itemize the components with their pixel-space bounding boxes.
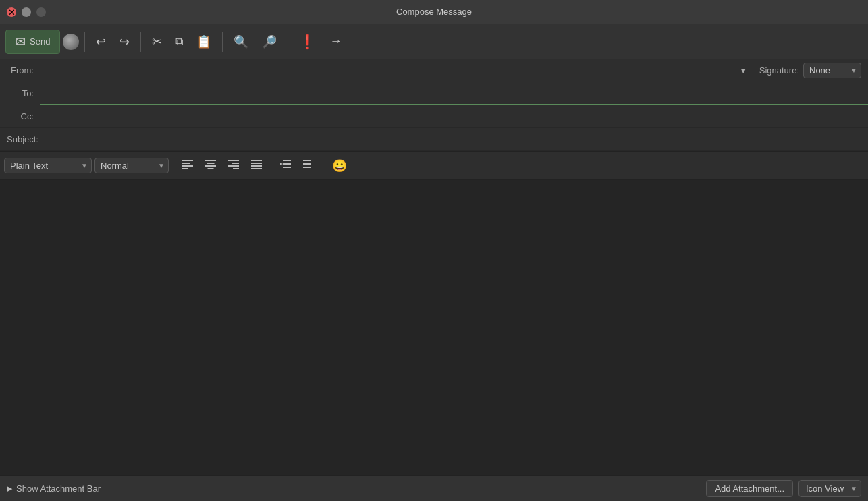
format-type-select[interactable]: Plain Text HTML (4, 158, 92, 173)
indent-less-icon (280, 160, 291, 171)
align-justify-icon (251, 160, 262, 171)
emoji-icon: 😀 (332, 158, 347, 173)
format-type-dropdown-wrapper: Plain Text HTML ▼ (4, 158, 92, 173)
find-replace-icon: 🔎 (262, 34, 277, 49)
svg-rect-1 (182, 163, 190, 164)
emoji-button[interactable]: 😀 (327, 156, 352, 176)
from-label: From: (0, 65, 40, 76)
svg-rect-8 (228, 160, 239, 161)
header-fields: From: ▼ Signature: None Work Personal ▼ … (0, 59, 868, 152)
svg-rect-11 (233, 168, 239, 169)
align-right-button[interactable] (223, 157, 244, 174)
svg-rect-3 (182, 168, 188, 169)
svg-rect-9 (232, 163, 239, 164)
find-icon: 🔍 (234, 34, 248, 49)
paragraph-dropdown-wrapper: Normal Heading 1 Heading 2 Heading 3 ▼ (94, 158, 169, 173)
align-center-button[interactable] (200, 157, 221, 174)
cut-icon: ✂ (152, 34, 162, 49)
from-dropdown-arrow[interactable]: ▼ (734, 67, 753, 75)
svg-rect-2 (182, 165, 193, 167)
send-icon: ✉ (16, 34, 26, 49)
find-replace-button[interactable]: 🔎 (256, 30, 282, 53)
cut-button[interactable]: ✂ (146, 30, 167, 53)
forward-icon: → (329, 34, 342, 49)
icon-view-select[interactable]: Icon View List View (798, 480, 861, 497)
copy-icon: ⧉ (175, 36, 183, 48)
svg-rect-10 (228, 165, 239, 167)
subject-label: Subject: (0, 134, 45, 144)
align-center-icon (205, 160, 216, 171)
svg-rect-4 (205, 160, 216, 161)
maximize-button[interactable] (36, 7, 46, 17)
redo-button[interactable]: ↪ (114, 30, 135, 53)
bottom-bar: ▶ Show Attachment Bar Add Attachment... … (0, 475, 868, 501)
cc-label: Cc: (0, 111, 40, 121)
titlebar: ✕ Compose Message (0, 0, 868, 24)
format-sep-2 (271, 158, 271, 173)
svg-rect-13 (251, 163, 262, 164)
compose-area (0, 180, 868, 476)
toolbar-separator-2 (140, 32, 141, 52)
format-sep-1 (173, 158, 173, 173)
chevron-right-icon: ▶ (7, 484, 12, 493)
redo-icon: ↪ (119, 34, 130, 49)
priority-icon: ❗ (299, 34, 316, 50)
from-input[interactable] (40, 65, 734, 76)
send-label: Send (30, 36, 50, 47)
cc-row: Cc: (0, 105, 868, 128)
to-label: To: (0, 88, 40, 98)
svg-rect-20 (303, 160, 311, 161)
undo-button[interactable]: ↩ (90, 30, 111, 53)
paragraph-select[interactable]: Normal Heading 1 Heading 2 Heading 3 (94, 158, 169, 173)
cc-input[interactable] (40, 105, 868, 127)
subject-input[interactable] (45, 134, 868, 144)
align-left-icon (182, 160, 193, 171)
align-justify-button[interactable] (246, 157, 267, 174)
find-button[interactable]: 🔍 (228, 30, 254, 53)
svg-rect-14 (251, 165, 262, 167)
toolbar-separator-3 (222, 32, 223, 52)
subject-row: Subject: (0, 128, 868, 151)
svg-rect-7 (208, 168, 214, 169)
paste-button[interactable]: 📋 (191, 30, 217, 53)
svg-rect-18 (283, 163, 291, 165)
svg-rect-5 (207, 163, 215, 164)
indent-less-button[interactable] (275, 157, 296, 174)
format-toolbar: Plain Text HTML ▼ Normal Heading 1 Headi… (0, 152, 868, 180)
window-controls: ✕ (7, 7, 46, 17)
signature-dropdown-wrapper: None Work Personal ▼ (803, 63, 861, 78)
undo-icon: ↩ (96, 34, 106, 49)
show-attachment-bar-button[interactable]: ▶ Show Attachment Bar (7, 483, 101, 494)
add-attachment-button[interactable]: Add Attachment... (706, 480, 793, 497)
spinner-icon (63, 34, 79, 50)
align-right-icon (228, 160, 239, 171)
close-button[interactable]: ✕ (7, 7, 16, 17)
svg-rect-0 (182, 160, 193, 161)
toolbar-separator-4 (288, 32, 288, 52)
show-attachment-label: Show Attachment Bar (16, 483, 101, 494)
forward-button[interactable]: → (324, 30, 347, 53)
copy-button[interactable]: ⧉ (170, 32, 188, 52)
minimize-button[interactable] (22, 7, 31, 17)
signature-select[interactable]: None Work Personal (803, 63, 861, 78)
from-row: From: ▼ Signature: None Work Personal ▼ (0, 59, 868, 82)
priority-button[interactable]: ❗ (294, 30, 321, 54)
svg-marker-17 (280, 163, 283, 165)
window-title: Compose Message (396, 7, 472, 17)
svg-rect-15 (251, 168, 262, 169)
to-row: To: (0, 82, 868, 105)
icon-view-wrapper: Icon View List View ▼ (798, 480, 861, 497)
send-button[interactable]: ✉ Send (5, 30, 60, 54)
message-body[interactable] (0, 180, 868, 476)
paste-icon: 📋 (196, 34, 211, 49)
align-left-button[interactable] (178, 157, 198, 174)
bottom-right-controls: Add Attachment... Icon View List View ▼ (706, 480, 861, 497)
svg-rect-16 (283, 160, 291, 161)
format-sep-3 (323, 158, 323, 173)
to-input[interactable] (40, 82, 868, 105)
svg-rect-23 (303, 167, 311, 168)
main-toolbar: ✉ Send ↩ ↪ ✂ ⧉ 📋 🔍 🔎 ❗ → (0, 24, 868, 59)
signature-area: Signature: None Work Personal ▼ (753, 63, 868, 78)
toolbar-separator-1 (84, 32, 85, 52)
indent-more-button[interactable] (298, 157, 319, 174)
